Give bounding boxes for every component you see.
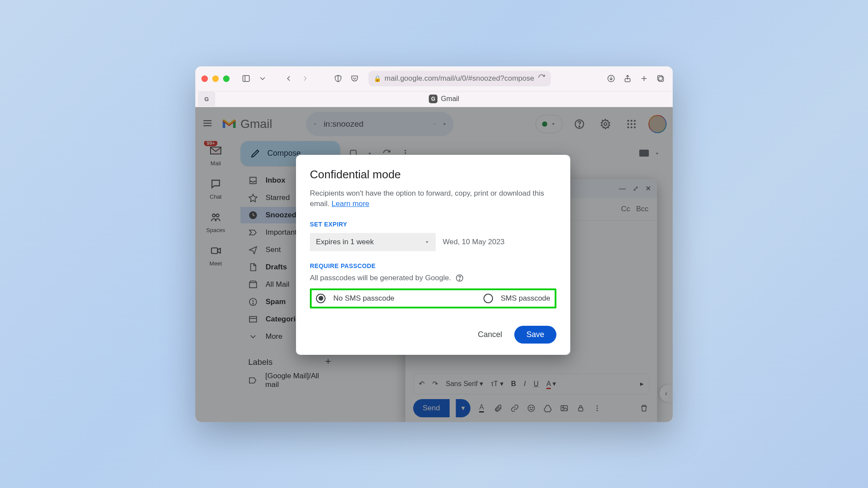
label-item[interactable]: [Google Mail]/All mail [240,372,340,389]
minimize-window-icon[interactable] [212,75,219,82]
popout-compose-icon[interactable]: ⤢ [633,184,638,193]
side-panel-toggle[interactable]: ‹ [660,385,673,402]
chevron-down-icon[interactable] [654,150,660,158]
meet-icon [208,243,224,259]
drive-icon[interactable] [542,403,553,413]
maximize-window-icon[interactable] [223,75,230,82]
svg-point-34 [631,126,632,128]
tab-overview-icon[interactable] [654,72,667,85]
search-options-icon[interactable] [443,119,446,129]
url-bar[interactable]: 🔒 mail.google.com/mail/u/0/#snoozed?comp… [368,71,551,86]
settings-icon[interactable] [596,115,615,133]
svg-point-28 [631,120,632,121]
svg-point-52 [404,150,406,151]
active-tab[interactable]: G Gmail [215,95,673,103]
apps-icon[interactable] [622,115,641,133]
emoji-icon[interactable] [526,403,536,413]
inbox-icon [248,176,258,185]
clear-search-icon[interactable] [434,119,436,129]
format-toggle-icon[interactable]: A [477,403,487,413]
label-icon [248,376,257,385]
compose-more-icon[interactable] [592,403,602,413]
lock-icon: 🔒 [374,75,381,82]
attach-icon[interactable] [493,403,503,413]
bcc-button[interactable]: Bcc [636,205,648,213]
expiry-select[interactable]: Expires in 1 week [310,233,436,251]
share-icon[interactable] [621,72,634,85]
svg-point-66 [596,409,598,411]
send-options-icon[interactable]: ▾ [456,399,470,417]
font-size-icon[interactable]: τT ▾ [491,380,503,388]
undo-icon[interactable]: ↶ [419,380,424,388]
underline-icon[interactable]: U [534,380,539,388]
rail-chat[interactable]: Chat [208,176,224,200]
rail-meet-label: Meet [210,260,222,267]
cc-button[interactable]: Cc [621,205,630,213]
account-avatar[interactable] [648,115,667,133]
bold-icon[interactable]: B [511,380,516,388]
expiry-value: Expires in 1 week [316,238,374,246]
forward-icon [299,72,311,85]
redo-icon[interactable]: ↷ [432,380,438,388]
tab-group-badge[interactable]: G [198,92,215,106]
confidential-icon[interactable] [575,403,586,413]
link-icon[interactable] [510,403,520,413]
nav-sent-label: Sent [266,246,281,254]
add-label-icon[interactable] [324,357,332,368]
status-chip[interactable] [536,115,562,133]
svg-rect-46 [250,316,257,322]
svg-point-13 [314,123,316,124]
discard-icon[interactable] [639,403,649,413]
rail-mail[interactable]: 99+ Mail [208,143,224,167]
status-active-icon [542,121,547,127]
svg-rect-38 [211,248,217,253]
svg-point-26 [604,122,607,125]
sidebar-toggle-icon[interactable] [240,72,252,85]
tab-dropdown-icon[interactable] [256,72,269,85]
format-more-icon[interactable]: ▸ [640,380,644,388]
rail-spaces[interactable]: Spaces [206,210,225,233]
svg-point-29 [634,120,635,121]
search-input[interactable] [324,119,427,129]
svg-point-32 [634,123,635,124]
send-button[interactable]: Send [413,399,450,417]
gmail-logo-icon [221,118,237,130]
cancel-button[interactable]: Cancel [470,326,510,344]
new-tab-icon[interactable] [638,72,650,85]
input-tools-icon[interactable] [639,149,651,159]
italic-icon[interactable]: I [524,380,526,388]
clock-icon [248,210,258,220]
nav-drafts-label: Drafts [266,263,287,272]
svg-marker-23 [552,123,555,125]
radio-sms-label: SMS passcode [501,294,550,303]
rail-spaces-label: Spaces [206,227,225,233]
save-button[interactable]: Save [514,326,556,344]
search-box[interactable] [306,112,454,136]
pocket-icon[interactable] [349,72,361,85]
gmail-app: Gmail 99+ Mail Chat [195,107,673,422]
reload-icon[interactable] [538,74,546,84]
help-icon[interactable] [455,274,464,282]
support-icon[interactable] [570,115,589,133]
main-menu-icon[interactable] [201,117,214,131]
nav-allmail-label: All Mail [266,280,289,289]
gmail-logo[interactable]: Gmail [221,117,272,131]
svg-point-27 [627,120,629,121]
rail-meet[interactable]: Meet [208,243,224,267]
minimize-compose-icon[interactable]: — [619,185,626,193]
shield-icon[interactable] [332,72,344,85]
window-controls [201,75,230,82]
back-icon[interactable] [283,72,295,85]
image-icon[interactable] [559,403,569,413]
radio-unselected-icon [483,294,493,303]
star-icon [248,193,258,203]
text-color-icon[interactable]: A ▾ [546,380,556,388]
close-compose-icon[interactable]: ✕ [645,184,651,193]
learn-more-link[interactable]: Learn more [332,200,369,208]
radio-no-sms[interactable]: No SMS passcode [316,294,395,303]
app-rail: 99+ Mail Chat Spaces Meet [195,141,236,422]
close-window-icon[interactable] [201,75,208,82]
radio-sms[interactable]: SMS passcode [483,294,550,303]
font-select[interactable]: Sans Serif ▾ [446,380,483,388]
downloads-icon[interactable] [605,72,617,85]
